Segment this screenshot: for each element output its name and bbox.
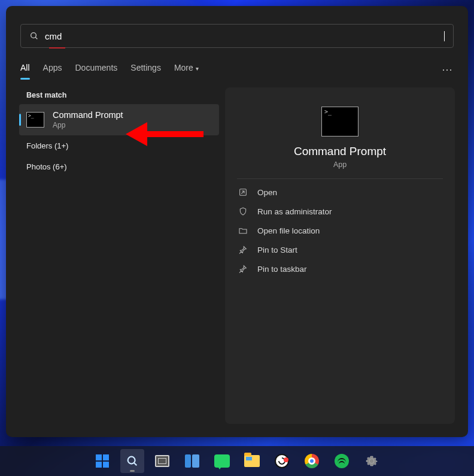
action-open[interactable]: Open [233, 183, 446, 202]
taskbar [0, 446, 474, 476]
svg-line-4 [134, 463, 136, 465]
taskbar-spotify-icon[interactable] [330, 449, 354, 473]
command-prompt-icon [26, 112, 44, 128]
svg-line-1 [35, 37, 37, 39]
shield-icon [238, 207, 248, 216]
search-input-wrapper [39, 31, 445, 41]
taskbar-widgets-button[interactable] [180, 449, 204, 473]
action-label: Run as administrator [257, 207, 332, 216]
chevron-down-icon: ▾ [196, 65, 199, 72]
svg-point-3 [128, 457, 135, 464]
preview-title: Command Prompt [225, 145, 455, 158]
tab-settings[interactable]: Settings [130, 59, 161, 80]
preview-actions: Open Run as administrator Open file loca… [225, 179, 455, 282]
open-icon [238, 187, 248, 197]
results-list: Best match Command Prompt App Folders (1… [6, 85, 219, 437]
result-subtitle: App [53, 121, 123, 129]
taskbar-file-explorer-icon[interactable] [240, 449, 264, 473]
taskbar-grammarly-icon[interactable] [270, 449, 294, 473]
tab-more-label: More [174, 63, 193, 72]
svg-point-0 [31, 33, 37, 38]
action-open-location[interactable]: Open file location [233, 221, 446, 240]
start-search-panel: All Apps Documents Settings More▾ ⋯ Best… [6, 6, 468, 437]
result-command-prompt[interactable]: Command Prompt App [19, 104, 219, 135]
action-label: Pin to Start [257, 245, 297, 254]
action-pin-taskbar[interactable]: Pin to taskbar [233, 259, 446, 278]
results-columns: Best match Command Prompt App Folders (1… [6, 80, 468, 437]
preview-pane: Command Prompt App Open Run as administr… [225, 87, 455, 424]
search-box[interactable] [20, 24, 454, 48]
overflow-menu-button[interactable]: ⋯ [442, 63, 454, 76]
taskbar-taskview-button[interactable] [150, 449, 174, 473]
category-folders[interactable]: Folders (1+) [19, 135, 219, 156]
filter-tabs: All Apps Documents Settings More▾ ⋯ [6, 48, 468, 80]
action-label: Open file location [257, 226, 320, 235]
pin-icon [238, 264, 248, 274]
action-label: Pin to taskbar [257, 265, 307, 274]
taskbar-settings-icon[interactable] [360, 449, 384, 473]
text-caret [444, 31, 445, 41]
command-prompt-icon [321, 107, 358, 137]
tab-more[interactable]: More▾ [174, 59, 199, 80]
action-run-admin[interactable]: Run as administrator [233, 202, 446, 221]
best-match-label: Best match [19, 85, 219, 104]
tab-apps[interactable]: Apps [43, 59, 62, 80]
action-pin-start[interactable]: Pin to Start [233, 240, 446, 259]
folder-icon [238, 226, 248, 235]
preview-subtitle: App [225, 160, 455, 169]
preview-header: Command Prompt App [225, 96, 455, 178]
search-input[interactable] [45, 31, 443, 41]
search-row [6, 6, 468, 48]
category-photos[interactable]: Photos (6+) [19, 156, 219, 177]
taskbar-whatsapp-icon[interactable] [210, 449, 234, 473]
tab-documents[interactable]: Documents [75, 59, 117, 80]
pin-icon [238, 245, 248, 254]
action-label: Open [257, 188, 277, 197]
taskbar-start-button[interactable] [90, 449, 114, 473]
taskbar-chrome-icon[interactable] [300, 449, 324, 473]
search-icon [29, 31, 39, 41]
taskbar-search-button[interactable] [120, 449, 144, 473]
tab-all[interactable]: All [20, 59, 30, 80]
result-title: Command Prompt [53, 110, 123, 120]
